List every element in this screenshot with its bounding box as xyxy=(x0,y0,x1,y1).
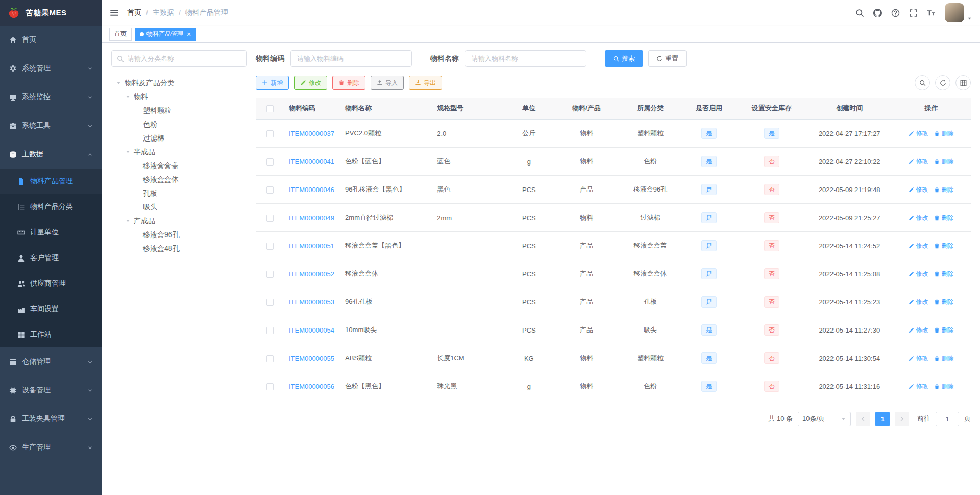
row-delete-link[interactable]: 删除 xyxy=(934,326,953,335)
tree-node[interactable]: 孔板 xyxy=(111,186,247,200)
row-edit-link[interactable]: 修改 xyxy=(909,129,928,138)
page-size-select[interactable]: 10条/页 xyxy=(798,412,851,426)
tree-node[interactable]: 移液盒48孔 xyxy=(111,242,247,255)
sidebar-item-equipment-management[interactable]: 设备管理 xyxy=(0,376,102,405)
sidebar-subitem-supplier-management[interactable]: 供应商管理 xyxy=(0,271,102,296)
sidebar-item-system-tools[interactable]: 系统工具 xyxy=(0,111,102,140)
next-page-button[interactable] xyxy=(895,412,909,426)
search-icon[interactable] xyxy=(855,9,864,17)
row-edit-link[interactable]: 修改 xyxy=(909,298,928,307)
user-avatar[interactable] xyxy=(945,3,972,22)
goto-page-input[interactable] xyxy=(936,412,959,426)
current-page-button[interactable]: 1 xyxy=(875,412,890,426)
row-edit-link[interactable]: 修改 xyxy=(909,185,928,194)
reset-button[interactable]: 重置 xyxy=(648,50,687,67)
item-code-link[interactable]: ITEM00000049 xyxy=(289,214,334,222)
item-code-link[interactable]: ITEM00000051 xyxy=(289,242,334,250)
row-checkbox[interactable] xyxy=(266,383,274,390)
grid-button[interactable] xyxy=(955,75,971,90)
sidebar-item-system-management[interactable]: 系统管理 xyxy=(0,54,102,83)
item-code-link[interactable]: ITEM00000055 xyxy=(289,355,334,362)
item-code-link[interactable]: ITEM00000041 xyxy=(289,158,334,166)
fullscreen-icon[interactable] xyxy=(909,9,918,17)
add-button[interactable]: 新增 xyxy=(256,76,289,90)
sidebar-item-master-data[interactable]: 主数据 xyxy=(0,140,102,169)
sidebar-subitem-workstation[interactable]: 工作站 xyxy=(0,322,102,347)
tree-node[interactable]: 过滤棉 xyxy=(111,131,247,145)
tree-node[interactable]: 色粉 xyxy=(111,117,247,131)
row-edit-link[interactable]: 修改 xyxy=(909,157,928,166)
row-checkbox[interactable] xyxy=(266,327,274,334)
item-code-link[interactable]: ITEM00000054 xyxy=(289,326,334,334)
row-checkbox[interactable] xyxy=(266,130,274,137)
row-edit-link[interactable]: 修改 xyxy=(909,270,928,278)
sidebar-subitem-material-product-category[interactable]: 物料产品分类 xyxy=(0,194,102,220)
tree-node[interactable]: 产成品 xyxy=(111,214,247,228)
row-checkbox[interactable] xyxy=(266,355,274,362)
row-checkbox[interactable] xyxy=(266,243,274,250)
select-all-checkbox[interactable] xyxy=(266,105,274,112)
prev-page-button[interactable] xyxy=(856,412,870,426)
hamburger-icon[interactable] xyxy=(110,8,119,17)
row-delete-link[interactable]: 删除 xyxy=(934,185,953,194)
breadcrumb-item[interactable]: 首页 xyxy=(127,8,141,17)
tree-node[interactable]: 半成品 xyxy=(111,145,247,159)
tab-active[interactable]: 物料产品管理× xyxy=(135,28,196,41)
tree-node[interactable]: 移液盒96孔 xyxy=(111,228,247,242)
row-edit-link[interactable]: 修改 xyxy=(909,354,928,363)
row-edit-link[interactable]: 修改 xyxy=(909,382,928,391)
row-edit-link[interactable]: 修改 xyxy=(909,214,928,222)
export-button[interactable]: 导出 xyxy=(409,76,442,90)
row-delete-link[interactable]: 删除 xyxy=(934,157,953,166)
tree-node[interactable]: 移液盒盒盖 xyxy=(111,159,247,173)
edit-button[interactable]: 修改 xyxy=(294,76,327,90)
question-icon[interactable] xyxy=(891,9,900,17)
sidebar-item-fixture-management[interactable]: 工装夹具管理 xyxy=(0,405,102,433)
sidebar-subitem-workshop-settings[interactable]: 车间设置 xyxy=(0,296,102,322)
sidebar-item-home[interactable]: 首页 xyxy=(0,26,102,54)
sidebar-subitem-measurement-unit[interactable]: 计量单位 xyxy=(0,220,102,245)
tab-item[interactable]: 首页 xyxy=(109,28,132,41)
row-checkbox[interactable] xyxy=(266,299,274,306)
category-search-input[interactable] xyxy=(128,55,241,62)
item-code-link[interactable]: ITEM00000052 xyxy=(289,270,334,278)
search-button[interactable] xyxy=(915,75,930,90)
search-button[interactable]: 搜索 xyxy=(605,50,643,67)
row-delete-link[interactable]: 删除 xyxy=(934,382,953,391)
row-delete-link[interactable]: 删除 xyxy=(934,270,953,278)
delete-button[interactable]: 删除 xyxy=(332,76,365,90)
row-checkbox[interactable] xyxy=(266,186,274,194)
brand[interactable]: 苦糖果MES xyxy=(0,0,102,26)
sidebar-item-system-monitor[interactable]: 系统监控 xyxy=(0,83,102,111)
tree-node[interactable]: 吸头 xyxy=(111,200,247,214)
tree-node[interactable]: 移液盒盒体 xyxy=(111,173,247,186)
row-delete-link[interactable]: 删除 xyxy=(934,129,953,138)
sidebar-item-production-management[interactable]: 生产管理 xyxy=(0,433,102,462)
material-code-input[interactable] xyxy=(290,50,412,67)
import-button[interactable]: 导入 xyxy=(371,76,404,90)
material-name-input[interactable] xyxy=(465,50,586,67)
tab-close-icon[interactable]: × xyxy=(187,31,191,38)
sidebar-item-warehouse-management[interactable]: 仓储管理 xyxy=(0,347,102,376)
item-code-link[interactable]: ITEM00000046 xyxy=(289,186,334,194)
refresh-button[interactable] xyxy=(935,75,950,90)
tree-node[interactable]: 物料 xyxy=(111,90,247,104)
font-size-icon[interactable] xyxy=(927,9,936,17)
sidebar-subitem-material-product-management[interactable]: 物料产品管理 xyxy=(0,169,102,194)
item-code-link[interactable]: ITEM00000037 xyxy=(289,130,334,137)
github-icon[interactable] xyxy=(873,9,882,17)
tree-node[interactable]: 物料及产品分类 xyxy=(111,76,247,90)
sidebar-subitem-customer-management[interactable]: 客户管理 xyxy=(0,245,102,271)
row-delete-link[interactable]: 删除 xyxy=(934,298,953,307)
row-delete-link[interactable]: 删除 xyxy=(934,214,953,222)
row-checkbox[interactable] xyxy=(266,215,274,222)
row-delete-link[interactable]: 删除 xyxy=(934,242,953,250)
row-checkbox[interactable] xyxy=(266,271,274,278)
tree-node[interactable]: 塑料颗粒 xyxy=(111,104,247,117)
row-edit-link[interactable]: 修改 xyxy=(909,242,928,250)
item-code-link[interactable]: ITEM00000056 xyxy=(289,383,334,390)
row-delete-link[interactable]: 删除 xyxy=(934,354,953,363)
row-edit-link[interactable]: 修改 xyxy=(909,326,928,335)
row-checkbox[interactable] xyxy=(266,158,274,166)
item-code-link[interactable]: ITEM00000053 xyxy=(289,298,334,306)
